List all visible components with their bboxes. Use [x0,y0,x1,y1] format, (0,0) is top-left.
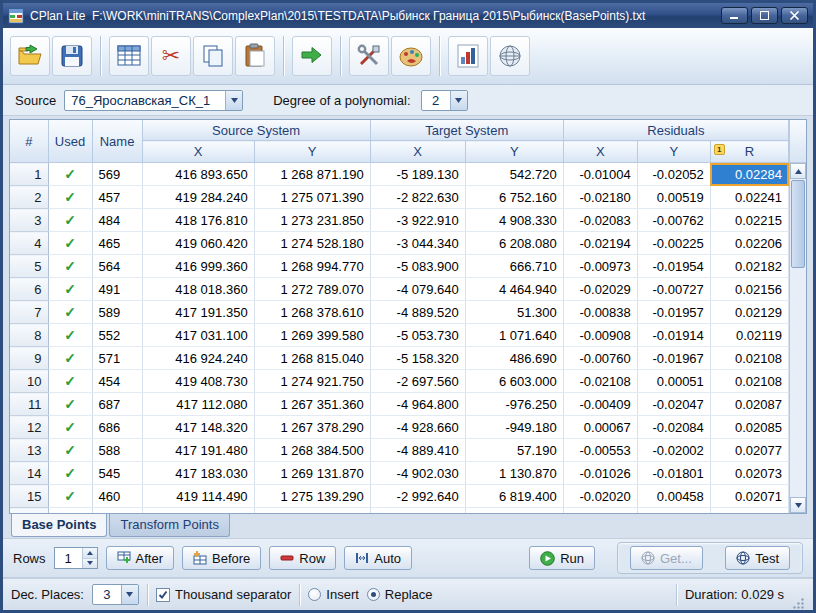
cell-ry[interactable]: -0.02002 [637,439,710,462]
cell-ry[interactable]: -0.01801 [637,462,710,485]
cell-ry[interactable]: -0.01914 [637,324,710,347]
cell-tx[interactable]: -4 079.640 [370,278,465,301]
cell-rx[interactable]: -0.02194 [563,232,637,255]
cell-r[interactable]: 0.02073 [710,462,788,485]
replace-radio[interactable]: Replace [367,587,433,602]
cell-tx[interactable]: -5 158.320 [370,347,465,370]
row-number[interactable]: 7 [10,301,48,324]
cell-sy[interactable]: 1 275 139.290 [254,485,370,508]
cell-name[interactable]: 454 [92,370,142,393]
cell-r[interactable]: 0.02071 [710,485,788,508]
cell-tx[interactable]: -2 697.560 [370,370,465,393]
cell-tx[interactable]: -3 922.910 [370,209,465,232]
cell-ty[interactable]: -976.250 [465,393,563,416]
transfer-button[interactable] [292,36,332,76]
used-checkmark[interactable]: ✓ [48,209,92,232]
col-header-target-y[interactable]: Y [465,141,563,163]
cell-sy[interactable]: 1 267 351.360 [254,393,370,416]
cell-ry[interactable]: -0.01954 [637,255,710,278]
row-number[interactable]: 15 [10,485,48,508]
cell-rx[interactable]: -0.00973 [563,255,637,278]
cell-sy[interactable]: 1 274 921.750 [254,370,370,393]
resize-grip-icon[interactable] [792,597,805,610]
col-header-residual-y[interactable]: Y [637,141,710,163]
col-header-source-y[interactable]: Y [254,141,370,163]
cell-ty[interactable]: 4 908.330 [465,209,563,232]
row-number[interactable]: 4 [10,232,48,255]
cell-sx[interactable]: 417 191.480 [142,439,254,462]
copy-button[interactable] [193,36,233,76]
cell-name[interactable]: 460 [92,485,142,508]
cell-ry[interactable]: 0.00458 [637,485,710,508]
row-number[interactable]: 5 [10,255,48,278]
cell-sx[interactable]: 418 018.360 [142,278,254,301]
chart-button[interactable] [448,36,488,76]
delete-row-button[interactable]: Row [269,546,336,570]
row-number[interactable]: 10 [10,370,48,393]
cell-r[interactable]: 0.02108 [710,370,788,393]
insert-after-button[interactable]: After [106,546,174,570]
cell-ry[interactable]: -0.01957 [637,301,710,324]
cell-tx[interactable]: -2 822.630 [370,186,465,209]
cell-ty[interactable]: -949.180 [465,416,563,439]
cell-name[interactable]: 687 [92,393,142,416]
cell-ry[interactable]: -0.02084 [637,416,710,439]
cell-r[interactable]: 0.02215 [710,209,788,232]
cell-name[interactable]: 564 [92,255,142,278]
paste-button[interactable] [235,36,275,76]
cell-ty[interactable]: 6 752.160 [465,186,563,209]
cell-r[interactable]: 0.02077 [710,439,788,462]
row-number[interactable]: 2 [10,186,48,209]
cell-name[interactable]: 589 [92,301,142,324]
cell-sy[interactable]: 1 268 378.610 [254,301,370,324]
cell-sx[interactable]: 418 176.810 [142,209,254,232]
cell-name[interactable]: 545 [92,462,142,485]
cut-button[interactable]: ✂ [151,36,191,76]
row-number[interactable]: 3 [10,209,48,232]
used-checkmark[interactable]: ✓ [48,370,92,393]
cell-tx[interactable]: -5 053.730 [370,324,465,347]
cell-sy[interactable]: 1 272 789.070 [254,278,370,301]
cell-sy[interactable]: 1 268 871.190 [254,163,370,186]
used-checkmark[interactable]: ✓ [48,301,92,324]
cell-ty[interactable]: 57.190 [465,439,563,462]
cell-sx[interactable]: 416 999.360 [142,255,254,278]
cell-name[interactable]: 474 [92,508,142,515]
insert-before-button[interactable]: Before [182,546,261,570]
cell-name[interactable]: 569 [92,163,142,186]
cell-tx[interactable]: -4 902.030 [370,462,465,485]
col-header-residual-x[interactable]: X [563,141,637,163]
used-checkmark[interactable]: ✓ [48,324,92,347]
cell-ry[interactable]: -0.01967 [637,347,710,370]
col-header-name[interactable]: Name [92,120,142,163]
dec-places-dropdown[interactable]: 3 [92,584,139,605]
cell-rx[interactable]: -0.02029 [563,278,637,301]
cell-sx[interactable]: 419 433.790 [142,508,254,515]
cell-name[interactable]: 552 [92,324,142,347]
row-number[interactable]: 8 [10,324,48,347]
cell-r[interactable]: 0.02241 [710,186,788,209]
globe-button[interactable] [490,36,530,76]
scroll-up-button[interactable] [790,163,806,179]
get-button[interactable]: Get... [630,546,703,570]
used-checkmark[interactable]: ✓ [48,393,92,416]
used-checkmark[interactable]: ✓ [48,347,92,370]
spinner-down-button[interactable] [83,559,97,569]
col-header-residuals[interactable]: Residuals [563,120,788,141]
vertical-scrollbar[interactable] [789,163,806,513]
save-button[interactable] [52,36,92,76]
col-header-target-x[interactable]: X [370,141,465,163]
cell-ty[interactable]: 1 130.870 [465,462,563,485]
row-number[interactable]: 11 [10,393,48,416]
minimize-button[interactable] [721,7,748,24]
row-number[interactable]: 16 [10,508,48,515]
cell-sx[interactable]: 417 148.320 [142,416,254,439]
cell-ry[interactable]: -0.00762 [637,209,710,232]
source-dropdown[interactable]: 76_Ярославская_СК_1 [64,90,243,111]
used-checkmark[interactable]: ✓ [48,416,92,439]
used-checkmark[interactable]: ✓ [48,439,92,462]
thousand-separator-checkbox[interactable]: Thousand separator [156,587,291,602]
cell-sy[interactable]: 1 268 384.500 [254,439,370,462]
cell-tx[interactable]: -5 083.900 [370,255,465,278]
cell-name[interactable]: 686 [92,416,142,439]
